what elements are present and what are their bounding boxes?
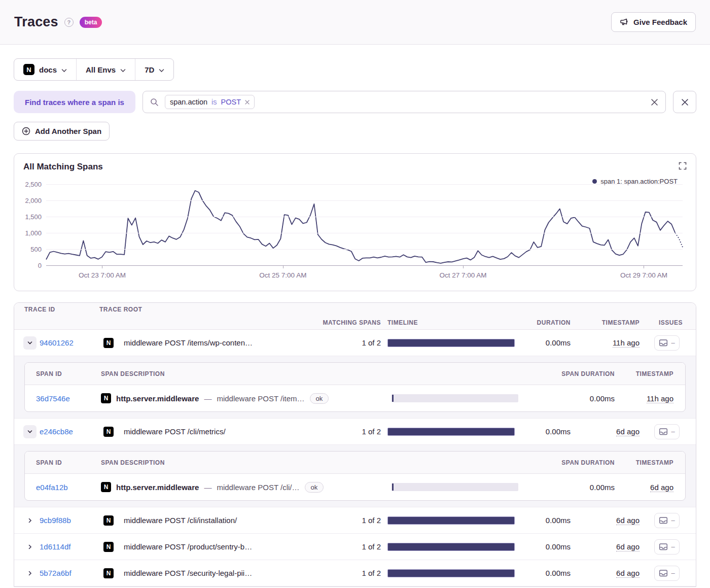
page-title: Traces	[14, 14, 58, 30]
nextjs-project-icon: N	[103, 427, 114, 437]
trace-timeline-bar[interactable]	[387, 569, 515, 577]
span-row[interactable]: e04fa12b N http.server.middleware — midd…	[25, 474, 685, 500]
span-timeline-bar[interactable]	[392, 483, 518, 491]
trace-timestamp: 6d ago	[616, 516, 640, 525]
trace-row[interactable]: e246cb8e N middleware POST /cli/metrics/…	[14, 419, 696, 445]
trace-id-link[interactable]: 5b72a6bf	[40, 569, 72, 577]
gridline	[46, 249, 683, 250]
nextjs-project-icon: N	[101, 482, 111, 492]
project-selector[interactable]: N docs	[14, 59, 76, 80]
column-header-duration: DURATION	[515, 319, 571, 326]
collapse-trace-button[interactable]	[23, 425, 37, 438]
expand-chart-icon[interactable]	[678, 161, 688, 172]
span-status-badge: ok	[305, 482, 324, 493]
trace-root: middleware POST /security-legal-pii…	[124, 569, 342, 577]
trace-id-link[interactable]: 94601262	[40, 338, 74, 347]
gridline	[46, 200, 683, 201]
x-axis-tick-label: Oct 27 7:00 AM	[439, 271, 486, 279]
trace-timeline-bar[interactable]	[387, 428, 515, 436]
trace-issues-button[interactable]: –	[654, 424, 680, 439]
trace-id-link[interactable]: 1d6114df	[40, 542, 70, 551]
no-issues-dash: –	[671, 339, 674, 347]
search-filter-token[interactable]: span.action is POST	[165, 95, 255, 109]
span-id-link[interactable]: 36d7546e	[36, 394, 70, 403]
separator-dash: —	[204, 394, 211, 403]
gridline	[46, 265, 683, 266]
legend-dot	[592, 179, 597, 184]
help-icon[interactable]: ?	[64, 18, 74, 27]
trace-issues-button[interactable]: –	[654, 513, 680, 528]
y-axis-tick-label: 1,000	[14, 229, 42, 237]
span-timeline-bar[interactable]	[392, 394, 518, 402]
trace-row[interactable]: 94601262 N middleware POST /items/wp-con…	[14, 330, 696, 356]
spans-subtable-header: SPAN ID SPAN DESCRIPTION SPAN DURATION T…	[25, 452, 685, 474]
column-header-matching-spans: MATCHING SPANS	[124, 319, 387, 326]
no-issues-dash: –	[671, 516, 674, 524]
x-axis-tick-label: Oct 29 7:00 AM	[620, 271, 667, 279]
spans-subtable-header: SPAN ID SPAN DESCRIPTION SPAN DURATION T…	[25, 363, 685, 385]
chevron-right-icon	[27, 570, 33, 576]
chevron-down-icon	[120, 65, 126, 74]
remove-token-icon[interactable]	[245, 100, 250, 105]
trace-row[interactable]: 1d6114df N middleware POST /product/sent…	[14, 534, 696, 560]
expand-trace-button[interactable]	[23, 514, 37, 527]
clear-search-icon[interactable]	[651, 98, 658, 106]
trace-timestamp: 11h ago	[613, 338, 640, 348]
trace-issues-button[interactable]: –	[654, 566, 680, 581]
delete-span-filter-button[interactable]	[673, 91, 696, 113]
y-axis-tick-label: 2,500	[14, 181, 42, 188]
nextjs-project-icon: N	[103, 338, 114, 348]
give-feedback-button[interactable]: Give Feedback	[611, 12, 696, 32]
trace-duration: 0.00ms	[515, 338, 571, 347]
trace-issues-button[interactable]: –	[654, 539, 680, 555]
trace-issues-button[interactable]: –	[654, 335, 680, 351]
no-issues-dash: –	[671, 543, 674, 550]
span-row[interactable]: 36d7546e N http.server.middleware — midd…	[25, 385, 685, 411]
page-filter-bar: N docs All Envs 7D	[14, 58, 174, 81]
date-range-selector[interactable]: 7D	[135, 59, 173, 80]
series-line	[46, 191, 675, 263]
token-operator: is	[211, 98, 217, 106]
span-description: middleware POST /item…	[217, 394, 304, 403]
gridline	[46, 217, 683, 217]
add-another-span-button[interactable]: Add Another Span	[14, 122, 110, 141]
x-axis-tick-label: Oct 25 7:00 AM	[259, 271, 306, 279]
y-axis-tick-label: 500	[14, 246, 42, 253]
span-search-input[interactable]: span.action is POST	[143, 91, 666, 113]
chart-plot-area[interactable]: Oct 23 7:00 AMOct 25 7:00 AMOct 27 7:00 …	[46, 184, 683, 265]
y-axis-tick-label: 0	[14, 262, 42, 269]
column-header-span-description: SPAN DESCRIPTION	[101, 370, 392, 377]
trace-timeline-bar[interactable]	[387, 543, 515, 551]
trace-duration: 0.00ms	[515, 569, 571, 577]
chevron-down-icon	[27, 340, 33, 346]
collapse-trace-button[interactable]	[23, 336, 37, 350]
environment-selector-label: All Envs	[86, 65, 116, 74]
search-icon	[150, 98, 159, 107]
give-feedback-label: Give Feedback	[633, 18, 687, 26]
gridline	[46, 233, 683, 233]
expand-trace-button[interactable]	[23, 540, 37, 554]
trace-id-link[interactable]: 9cb9f88b	[40, 516, 71, 525]
environment-selector[interactable]: All Envs	[76, 59, 135, 80]
trace-duration: 0.00ms	[515, 427, 571, 436]
nextjs-project-icon: N	[103, 568, 114, 578]
trace-spans-section: SPAN ID SPAN DESCRIPTION SPAN DURATION T…	[14, 445, 696, 507]
expand-trace-button[interactable]	[23, 567, 37, 580]
column-header-span-duration: SPAN DURATION	[518, 459, 615, 466]
trace-row[interactable]: 9cb9f88b N middleware POST /cli/installa…	[14, 507, 696, 534]
inbox-icon	[659, 339, 668, 347]
trace-timeline-bar[interactable]	[387, 339, 515, 347]
megaphone-icon	[620, 18, 629, 26]
trace-id-link[interactable]: e246cb8e	[40, 427, 73, 436]
nextjs-project-icon: N	[103, 542, 114, 552]
trace-row[interactable]: 5b72a6bf N middleware POST /security-leg…	[14, 560, 696, 586]
span-id-link[interactable]: e04fa12b	[36, 483, 68, 492]
nextjs-project-icon: N	[103, 515, 114, 526]
chevron-right-icon	[27, 517, 33, 524]
trace-timeline-bar[interactable]	[387, 516, 515, 525]
chevron-down-icon	[61, 65, 67, 74]
plus-circle-icon	[22, 127, 30, 135]
trace-root: middleware POST /cli/metrics/	[124, 427, 342, 436]
span-operation: http.server.middleware	[116, 394, 199, 403]
chevron-down-icon	[159, 65, 164, 74]
